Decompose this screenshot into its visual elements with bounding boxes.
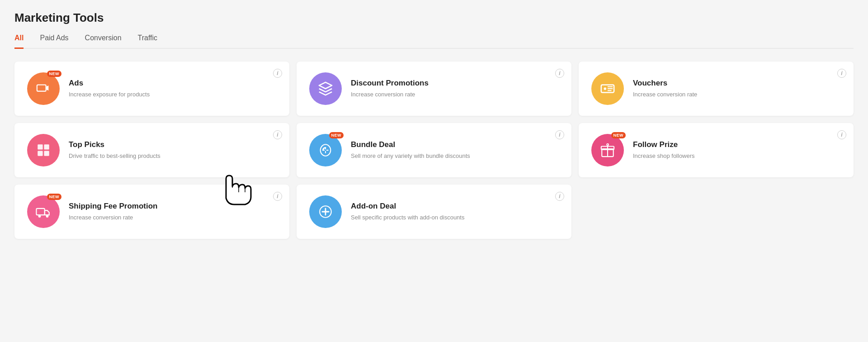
tab-traffic[interactable]: Traffic: [138, 34, 158, 49]
svg-point-2: [604, 87, 607, 90]
top-picks-description: Drive traffic to best-selling products: [69, 152, 160, 160]
addon-icon-wrap: [309, 195, 342, 228]
gift-icon: [600, 142, 615, 158]
shipping-text: Shipping Fee Promotion Increase conversi…: [69, 202, 157, 222]
ads-info-icon[interactable]: i: [273, 69, 282, 78]
page-title: Marketing Tools: [14, 11, 854, 25]
addon-icon: [318, 204, 333, 219]
card-ads[interactable]: NEW Ads Increase exposure for products i: [14, 62, 289, 116]
shipping-info-icon[interactable]: i: [273, 192, 282, 201]
card-bundle-deal[interactable]: NEW Bundle Deal Sell more of any variety…: [297, 123, 571, 177]
follow-prize-title: Follow Prize: [633, 140, 695, 149]
discount-text: Discount Promotions Increase conversion …: [351, 79, 429, 99]
svg-rect-8: [38, 151, 42, 156]
svg-point-15: [46, 215, 49, 218]
card-discount-promotions[interactable]: Discount Promotions Increase conversion …: [297, 62, 571, 116]
bundle-description: Sell more of any variety with bundle dis…: [351, 152, 470, 160]
addon-description: Sell specific products with add-on disco…: [351, 214, 464, 222]
follow-prize-description: Increase shop followers: [633, 152, 695, 160]
tab-conversion[interactable]: Conversion: [85, 34, 122, 49]
cards-grid: NEW Ads Increase exposure for products i…: [14, 62, 854, 239]
ads-icon-wrap: NEW: [27, 72, 60, 105]
tab-bar: All Paid Ads Conversion Traffic: [14, 34, 854, 49]
svg-rect-9: [44, 151, 49, 156]
voucher-title: Vouchers: [633, 79, 697, 88]
card-vouchers[interactable]: Vouchers Increase conversion rate i: [579, 62, 854, 116]
svg-rect-13: [36, 209, 44, 215]
ads-description: Increase exposure for products: [69, 90, 150, 99]
follow-prize-text: Follow Prize Increase shop followers: [633, 140, 695, 160]
voucher-icon: [600, 81, 615, 96]
top-picks-icon-wrap: [27, 134, 60, 166]
follow-prize-info-icon[interactable]: i: [837, 130, 846, 139]
shipping-title: Shipping Fee Promotion: [69, 202, 157, 211]
discount-icon: [318, 81, 333, 96]
addon-text: Add-on Deal Sell specific products with …: [351, 202, 464, 222]
addon-title: Add-on Deal: [351, 202, 464, 211]
svg-point-14: [38, 215, 41, 218]
bundle-info-icon[interactable]: i: [555, 130, 564, 139]
new-badge-shipping: NEW: [47, 194, 62, 200]
top-picks-info-icon[interactable]: i: [273, 130, 282, 139]
shipping-description: Increase conversion rate: [69, 214, 157, 222]
svg-rect-6: [38, 144, 42, 149]
bundle-title: Bundle Deal: [351, 140, 470, 149]
top-picks-title: Top Picks: [69, 140, 160, 149]
bundle-icon: [318, 142, 333, 158]
new-badge-ads: NEW: [47, 71, 62, 77]
discount-icon-wrap: [309, 72, 342, 105]
top-picks-icon: [36, 142, 51, 158]
shipping-icon: [36, 204, 51, 219]
bundle-icon-wrap: NEW: [309, 134, 342, 166]
tab-paid-ads[interactable]: Paid Ads: [40, 34, 68, 49]
svg-rect-0: [37, 85, 46, 91]
card-top-picks[interactable]: Top Picks Drive traffic to best-selling …: [14, 123, 289, 177]
ads-title: Ads: [69, 79, 150, 88]
addon-info-icon[interactable]: i: [555, 192, 564, 201]
voucher-icon-wrap: [591, 72, 624, 105]
tab-all[interactable]: All: [14, 34, 24, 49]
svg-rect-7: [44, 144, 49, 149]
card-shipping-fee[interactable]: NEW Shipping Fee Promotion Increase conv…: [14, 185, 289, 239]
voucher-info-icon[interactable]: i: [837, 69, 846, 78]
card-addon-deal[interactable]: Add-on Deal Sell specific products with …: [297, 185, 571, 239]
ads-icon: [36, 81, 51, 96]
voucher-text: Vouchers Increase conversion rate: [633, 79, 697, 99]
top-picks-text: Top Picks Drive traffic to best-selling …: [69, 140, 160, 160]
new-badge-follow: NEW: [611, 132, 626, 138]
ads-text: Ads Increase exposure for products: [69, 79, 150, 99]
new-badge-bundle: NEW: [329, 132, 344, 138]
voucher-description: Increase conversion rate: [633, 90, 697, 99]
follow-prize-icon-wrap: NEW: [591, 134, 624, 166]
discount-title: Discount Promotions: [351, 79, 429, 88]
discount-description: Increase conversion rate: [351, 90, 429, 99]
discount-info-icon[interactable]: i: [555, 69, 564, 78]
card-follow-prize[interactable]: NEW Follow Prize Increase shop followers…: [579, 123, 854, 177]
bundle-text: Bundle Deal Sell more of any variety wit…: [351, 140, 470, 160]
shipping-icon-wrap: NEW: [27, 195, 60, 228]
